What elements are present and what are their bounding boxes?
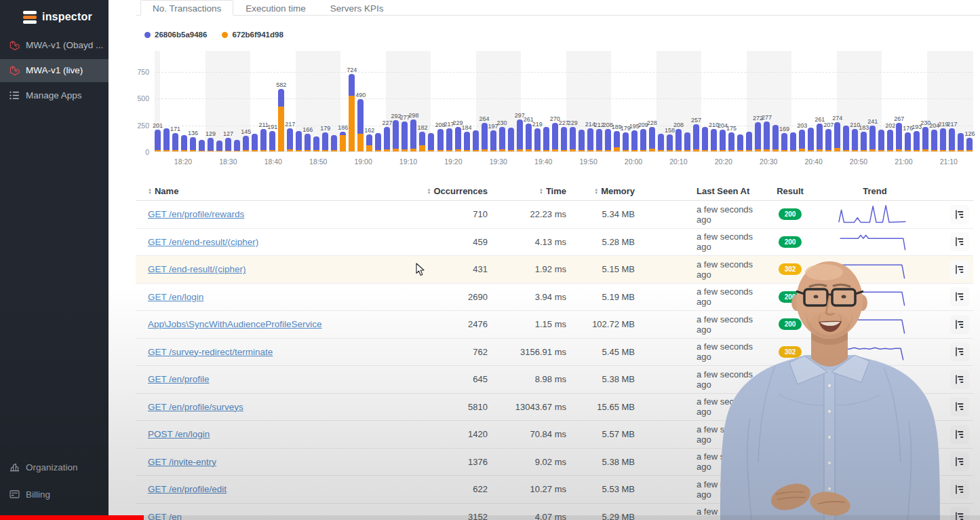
transaction-link[interactable]: GET /en/end-result/(cipher) [148,237,258,247]
transaction-link[interactable]: GET /en/profile/surveys [148,402,243,412]
open-transaction-detail-button[interactable] [950,287,969,306]
transaction-link[interactable]: GET /invite-entry [148,457,216,467]
sidebar-item-label: Manage Apps [26,90,82,100]
trend-cell [824,202,926,227]
bar-group [579,130,585,151]
bar-group: 230 [499,127,505,151]
sidebar-item-billing[interactable]: Billing [0,481,109,508]
video-progress-track[interactable] [0,515,980,520]
chart-bars: 2011711361291271452111915822171661791867… [155,50,973,151]
bar-value-label: 126 [964,130,975,138]
column-header-occurrences[interactable]: ▲▼ Occurrences [450,186,498,196]
result-cell: 200 [756,208,824,220]
column-header-memory[interactable]: ▲▼ Memory [577,186,646,196]
occurrences-cell: 762 [450,347,498,357]
bar-group: 261 [817,124,823,151]
open-transaction-detail-button[interactable] [950,480,969,499]
open-transaction-detail-button[interactable] [950,205,969,224]
bar-group: 202 [887,130,893,151]
x-tick-label: 18:20 [174,157,192,166]
open-transaction-detail-button[interactable] [950,452,969,471]
sidebar-item-manage-apps[interactable]: Manage Apps [0,83,109,108]
open-transaction-detail-button[interactable] [950,315,969,334]
transaction-link[interactable]: GET /end-result/(cipher) [148,264,246,274]
bar-value-label: 217 [947,121,957,128]
table-row: GET /en/profile/rewards71022.23 ms5.34 M… [136,201,973,229]
sort-icon[interactable]: ▲▼ [427,188,431,195]
video-progress-bar[interactable] [0,515,144,520]
memory-cell: 5.45 MB [577,347,646,357]
stacked-bar [720,130,726,151]
stacked-bar [579,130,585,151]
bar-group: 193 [914,131,920,151]
open-transaction-detail-button[interactable] [950,425,969,444]
memory-cell: 5.28 MB [577,237,646,247]
memory-cell: 5.57 MB [577,429,646,439]
bar-group: 219 [534,128,541,151]
time-cell: 3156.91 ms [498,347,577,357]
transaction-detail-icon [954,401,965,412]
memory-cell: 5.34 MB [577,209,646,219]
bar-group: 207 [825,129,831,151]
stacked-bar [799,130,805,151]
time-cell: 1.15 ms [498,319,577,329]
open-transaction-detail-button[interactable] [950,342,969,361]
column-header-name[interactable]: ▲▼ Name [148,186,450,196]
sidebar-item-app-live[interactable]: MWA-v1 (live) [0,59,109,82]
time-cell: 1.92 ms [498,264,577,274]
bar-group: 261 [526,124,532,151]
open-transaction-detail-button[interactable] [950,232,969,251]
bar-group: 204 [720,130,726,151]
transaction-link[interactable]: GET /en/profile/rewards [148,209,244,219]
occurrences-cell: 5810 [450,402,498,412]
stacked-bar [473,130,479,151]
bar-value-label: 202 [885,122,895,130]
stacked-bar [163,128,170,151]
open-transaction-detail-button[interactable] [950,260,969,279]
sidebar-item-organization[interactable]: Organization [0,453,109,481]
sort-icon[interactable]: ▲▼ [148,188,152,195]
bar-group: 197 [490,130,496,151]
x-tick-label: 19:10 [399,157,417,166]
bar-group [234,140,240,151]
memory-cell: 5.19 MB [577,292,646,302]
bar-group: 211 [260,129,267,151]
stacked-bar [834,122,840,151]
transaction-link[interactable]: App\Jobs\SyncWithAudienceProfileService [148,319,322,329]
bar-group: 158 [667,134,673,151]
transaction-link[interactable]: GET /en/profile/edit [148,484,227,494]
bar-group: 217 [287,128,293,151]
sort-icon[interactable]: ▲▼ [594,188,598,195]
stacked-bar [746,132,752,151]
time-cell: 8.98 ms [498,374,577,384]
list-icon [9,91,20,100]
sort-icon[interactable]: ▲▼ [539,188,543,195]
stacked-bar [419,132,425,151]
stacked-bar [437,129,444,151]
bar-value-label: 217 [285,121,295,128]
stacked-bar [861,132,867,151]
open-transaction-detail-button[interactable] [950,397,969,416]
transaction-link[interactable]: POST /en/login [148,429,210,439]
transaction-link[interactable]: GET /en/login [148,292,203,302]
bar-value-label: 186 [338,124,348,132]
transaction-link[interactable]: GET /survey-redirect/terminate [148,347,273,357]
column-header-result: Result [756,186,824,196]
bar-group: 229 [570,127,576,151]
open-transaction-detail-button[interactable] [950,370,969,389]
transaction-detail-icon [954,374,965,385]
presenter-video-overlay [711,255,948,520]
transaction-link[interactable]: GET /en/profile [148,374,210,384]
stacked-bar [649,127,655,151]
stacked-bar [234,140,240,151]
sidebar-item-label: Billing [26,489,50,500]
bar-value-label: 219 [532,121,543,128]
sidebar-item-app-obayd[interactable]: MWA-v1 (Obayd ... [0,33,109,58]
stacked-bar [587,128,593,151]
bar-value-label: 145 [241,128,251,136]
transaction-detail-icon [954,236,965,247]
bar-group: 230 [922,127,928,151]
x-tick-label: 20:20 [715,157,732,166]
column-header-time[interactable]: ▲▼ Time [498,186,577,196]
stacked-bar [482,123,488,151]
